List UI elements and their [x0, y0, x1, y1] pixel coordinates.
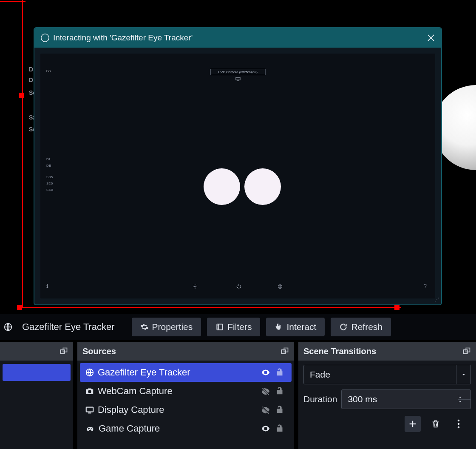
- duration-label: Duration: [303, 394, 337, 404]
- duration-input[interactable]: 300 ms: [341, 389, 471, 409]
- panel-header[interactable]: Scene Transitions: [298, 342, 476, 361]
- camera-select[interactable]: UVC Camera (0525:a4a2): [210, 69, 266, 75]
- selection-handle[interactable]: [394, 305, 400, 310]
- globe-icon: [85, 368, 94, 377]
- undock-icon[interactable]: [60, 347, 68, 355]
- svg-point-28: [458, 423, 460, 425]
- duration-spinner: [458, 395, 470, 404]
- selection-handle[interactable]: [19, 93, 24, 98]
- selection-handle[interactable]: [17, 305, 22, 310]
- gear-icon[interactable]: [193, 284, 198, 289]
- spin-up-button[interactable]: [458, 395, 470, 400]
- selection-guide-horizontal: [19, 307, 401, 308]
- source-label: Game Capture: [99, 423, 258, 434]
- screen-icon[interactable]: [235, 77, 241, 81]
- camera-icon: [85, 386, 94, 396]
- refresh-icon: [339, 323, 348, 331]
- svg-point-27: [458, 420, 460, 422]
- properties-button[interactable]: Properties: [132, 318, 201, 336]
- filters-icon: [215, 323, 224, 331]
- frame-counter: 63: [46, 69, 51, 73]
- dialog-body[interactable]: 63 UVC Camera (0525:a4a2) DL DB S05 S20 …: [40, 54, 435, 298]
- close-button[interactable]: [427, 34, 435, 42]
- source-item[interactable]: Display Capture: [80, 401, 292, 419]
- selection-guide-top: [0, 1, 26, 2]
- visibility-toggle[interactable]: [261, 405, 272, 415]
- filters-button[interactable]: Filters: [207, 318, 260, 336]
- undock-icon[interactable]: [280, 347, 289, 355]
- svg-point-5: [195, 286, 196, 287]
- button-label: Properties: [152, 322, 193, 332]
- panel-title: Sources: [82, 347, 116, 356]
- stat-label: S05: [46, 175, 53, 179]
- add-transition-button[interactable]: [405, 416, 421, 432]
- stat-label: S20: [46, 182, 53, 185]
- visibility-toggle[interactable]: [261, 368, 272, 377]
- source-context-toolbar: Gazefilter Eye Tracker Properties Filter…: [0, 314, 476, 340]
- panel-header[interactable]: Sources: [77, 342, 294, 361]
- button-label: Filters: [227, 322, 252, 332]
- monitor-icon: [85, 405, 94, 415]
- scene-item[interactable]: [3, 364, 71, 381]
- scenes-panel: [0, 342, 73, 449]
- transition-value: Fade: [304, 369, 456, 380]
- transitions-panel: Scene Transitions Fade Duration 300 ms: [298, 342, 476, 449]
- stat-label: DB: [46, 164, 51, 168]
- lock-toggle[interactable]: [275, 386, 286, 396]
- panel-header[interactable]: [0, 342, 73, 361]
- visibility-toggle[interactable]: [261, 386, 272, 396]
- transition-options-button[interactable]: [450, 416, 467, 432]
- source-label: Gazefilter Eye Tracker: [98, 367, 258, 378]
- svg-point-0: [41, 34, 49, 42]
- ghost-label: D: [29, 77, 33, 83]
- source-item[interactable]: Gazefilter Eye Tracker: [80, 363, 292, 382]
- svg-rect-19: [86, 407, 94, 412]
- lock-toggle[interactable]: [275, 368, 286, 377]
- selection-guide-vertical: [22, 0, 23, 308]
- dialog-titlebar[interactable]: Interacting with 'Gazefilter Eye Tracker…: [34, 28, 441, 48]
- sources-panel: Sources Gazefilter Eye TrackerWebCam Cap…: [77, 342, 294, 449]
- svg-point-29: [458, 426, 460, 429]
- svg-rect-3: [236, 77, 240, 80]
- power-icon[interactable]: [236, 283, 242, 289]
- button-label: Interact: [286, 322, 316, 332]
- gear-icon: [140, 323, 149, 331]
- target-icon[interactable]: [278, 284, 283, 289]
- interact-dialog: Interacting with 'Gazefilter Eye Tracker…: [34, 27, 442, 305]
- dialog-title: Interacting with 'Gazefilter Eye Tracker…: [53, 33, 427, 43]
- source-label: WebCam Capture: [98, 386, 258, 397]
- lock-toggle[interactable]: [275, 424, 286, 433]
- eye-marker-right: [244, 168, 281, 205]
- duration-value: 300 ms: [342, 394, 458, 404]
- chevron-down-icon[interactable]: [456, 365, 470, 384]
- button-label: Refresh: [351, 322, 382, 332]
- docks-row: Sources Gazefilter Eye TrackerWebCam Cap…: [0, 342, 476, 449]
- ghost-label: D: [29, 66, 33, 73]
- svg-point-8: [280, 286, 280, 287]
- interact-button[interactable]: Interact: [266, 318, 325, 336]
- stat-label: DL: [46, 157, 51, 161]
- spin-down-button[interactable]: [458, 400, 470, 404]
- gamepad-icon: [85, 425, 95, 432]
- eye-marker-left: [204, 168, 240, 205]
- lock-toggle[interactable]: [275, 405, 286, 415]
- globe-icon: [3, 322, 13, 332]
- source-item[interactable]: Game Capture: [80, 419, 292, 438]
- source-label: Display Capture: [98, 404, 258, 415]
- stat-label: S6B: [46, 188, 54, 192]
- interact-icon: [275, 323, 283, 331]
- panel-title: Scene Transitions: [303, 347, 376, 356]
- transition-select[interactable]: Fade: [303, 365, 471, 384]
- visibility-toggle[interactable]: [261, 424, 272, 433]
- resize-grip[interactable]: ⋰: [434, 297, 439, 303]
- help-icon[interactable]: ?: [424, 283, 427, 289]
- remove-transition-button[interactable]: [428, 416, 444, 432]
- svg-rect-10: [217, 324, 223, 330]
- selected-source-name: Gazefilter Eye Tracker: [22, 321, 115, 332]
- obs-logo-icon: [40, 33, 50, 43]
- info-icon[interactable]: ℹ: [46, 283, 48, 289]
- source-item[interactable]: WebCam Capture: [80, 382, 292, 401]
- refresh-button[interactable]: Refresh: [331, 318, 391, 336]
- undock-icon[interactable]: [462, 347, 471, 355]
